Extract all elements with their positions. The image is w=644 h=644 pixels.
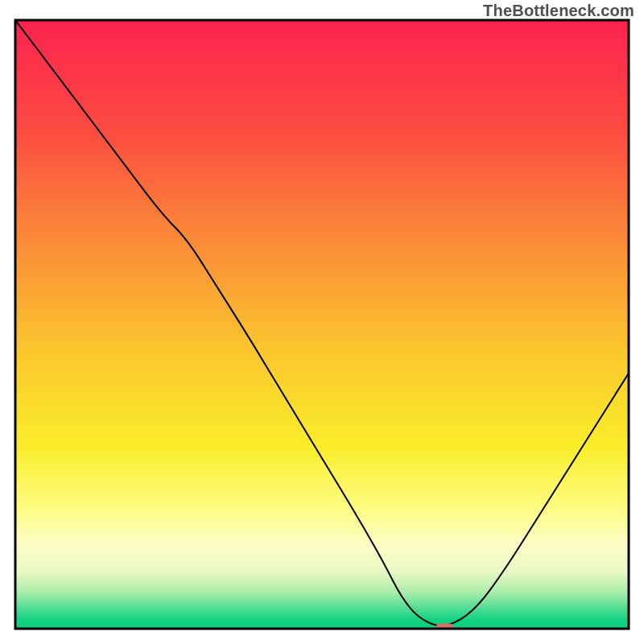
bottleneck-chart <box>0 0 644 644</box>
chart-stage: TheBottleneck.com <box>0 0 644 644</box>
gradient-background <box>15 20 629 629</box>
